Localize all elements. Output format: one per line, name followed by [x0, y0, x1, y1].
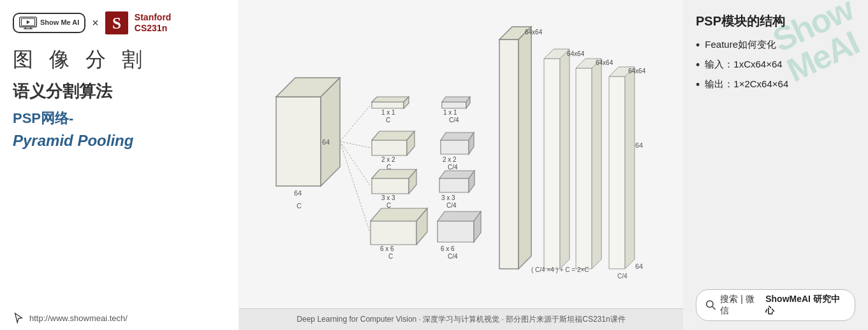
svg-text:C/4: C/4 — [448, 253, 458, 260]
sidebar-url: http://www.showmeai.tech/ — [13, 312, 226, 324]
stanford-logo: S — [105, 11, 128, 34]
svg-marker-24 — [372, 178, 409, 194]
svg-marker-54 — [499, 39, 519, 269]
svg-text:C/4: C/4 — [617, 273, 628, 280]
svg-text:6 x 6: 6 x 6 — [380, 245, 394, 252]
svg-marker-4 — [27, 20, 30, 24]
svg-text:64x64: 64x64 — [567, 50, 585, 57]
svg-point-78 — [707, 301, 713, 307]
svg-text:64x64: 64x64 — [525, 29, 543, 36]
diagram-area: 64 64 C 1 x 1 C 2 x 2 C 3 x 3 C — [239, 0, 683, 308]
svg-marker-15 — [372, 97, 409, 102]
list-item-text-2: 输出：1×2Cx64×64 — [705, 78, 788, 90]
list-item-1: 输入：1xCx64×64 — [696, 59, 855, 72]
showmeai-text: Show Me AI — [40, 18, 79, 27]
svg-line-76 — [340, 141, 371, 186]
url-text: http://www.showmeai.tech/ — [29, 313, 128, 323]
svg-text:C: C — [386, 117, 390, 124]
sidebar-title-pyramid: Pyramid Pooling — [13, 132, 226, 150]
svg-marker-39 — [441, 140, 469, 154]
monitor-icon — [19, 17, 37, 29]
footer: Deep Learning for Computer Vision · 深度学习… — [239, 308, 683, 330]
svg-text:S: S — [112, 15, 121, 32]
svg-marker-40 — [441, 133, 474, 140]
info-title: PSP模块的结构 — [696, 13, 855, 30]
svg-marker-10 — [321, 78, 340, 186]
svg-text:2 x 2: 2 x 2 — [381, 156, 395, 163]
list-item-text-1: 输入：1xCx64×64 — [705, 59, 782, 71]
svg-text:C/4: C/4 — [448, 164, 458, 171]
svg-marker-62 — [576, 68, 592, 269]
svg-text:3 x 3: 3 x 3 — [441, 194, 455, 201]
svg-line-75 — [340, 141, 371, 148]
svg-text:64: 64 — [635, 262, 643, 270]
svg-text:3 x 3: 3 x 3 — [381, 194, 395, 201]
svg-text:C: C — [386, 202, 391, 209]
svg-text:C: C — [388, 253, 393, 260]
psp-diagram: 64 64 C 1 x 1 C 2 x 2 C 3 x 3 C — [263, 20, 659, 288]
search-text: 搜索 | 微信 — [720, 294, 761, 317]
stanford-text-group: Stanford CS231n — [135, 12, 172, 34]
svg-text:C: C — [297, 202, 302, 210]
footer-text: Deep Learning for Computer Vision · 深度学习… — [297, 315, 625, 324]
list-item-0: Feature如何变化 — [696, 39, 855, 52]
cursor-icon — [13, 312, 24, 324]
svg-marker-19 — [372, 140, 407, 155]
svg-marker-64 — [592, 59, 601, 269]
svg-line-79 — [712, 307, 715, 310]
svg-marker-44 — [439, 178, 469, 192]
svg-text:64x64: 64x64 — [596, 59, 614, 66]
svg-line-74 — [340, 105, 371, 141]
svg-marker-49 — [438, 221, 474, 242]
svg-text:64: 64 — [322, 138, 330, 146]
svg-text:1 x 1: 1 x 1 — [381, 109, 395, 116]
svg-text:1 x 1: 1 x 1 — [443, 109, 457, 116]
list-item-text-0: Feature如何变化 — [705, 39, 776, 51]
stanford-line2: CS231n — [135, 23, 172, 34]
svg-text:64: 64 — [635, 141, 643, 149]
svg-text:( C/4 ×4 ) + C = 2×C: ( C/4 ×4 ) + C = 2×C — [531, 266, 589, 273]
times-sign: × — [92, 17, 99, 30]
svg-marker-60 — [560, 49, 570, 269]
sidebar-title-psp: PSP网络- — [13, 109, 226, 128]
svg-text:C/4: C/4 — [446, 202, 457, 209]
sidebar-title-main: 图 像 分 割 — [13, 46, 226, 74]
svg-marker-8 — [276, 97, 321, 186]
info-panel: ShowMeAI PSP模块的结构 Feature如何变化 输入：1xCx64×… — [683, 0, 868, 330]
svg-marker-34 — [442, 102, 466, 108]
search-bar[interactable]: 搜索 | 微信 ShowMeAI 研究中心 — [696, 289, 855, 321]
svg-marker-68 — [625, 67, 635, 269]
svg-marker-56 — [519, 27, 531, 269]
svg-marker-35 — [442, 97, 470, 102]
list-item-2: 输出：1×2Cx64×64 — [696, 78, 855, 92]
svg-marker-14 — [372, 102, 404, 108]
main-content: 64 64 C 1 x 1 C 2 x 2 C 3 x 3 C — [239, 0, 683, 330]
stanford-line1: Stanford — [135, 12, 172, 23]
svg-marker-50 — [438, 212, 481, 221]
svg-marker-66 — [609, 76, 625, 269]
search-icon — [705, 299, 716, 311]
stanford-s-icon: S — [105, 11, 128, 34]
svg-text:C/4: C/4 — [449, 117, 459, 124]
search-brand: ShowMeAI 研究中心 — [765, 294, 846, 317]
svg-text:64: 64 — [294, 189, 302, 197]
logo-bar: Show Me AI × S Stanford CS231n — [13, 11, 226, 34]
svg-text:6 x 6: 6 x 6 — [441, 245, 455, 252]
svg-marker-58 — [544, 59, 560, 269]
svg-line-77 — [340, 141, 369, 231]
sidebar: Show Me AI × S Stanford CS231n 图 像 分 割 语… — [0, 0, 239, 330]
svg-marker-29 — [371, 221, 416, 245]
info-list: Feature如何变化 输入：1xCx64×64 输出：1×2Cx64×64 — [696, 39, 855, 98]
svg-text:64x64: 64x64 — [628, 68, 646, 75]
svg-text:2 x 2: 2 x 2 — [443, 156, 457, 163]
sidebar-title-sub: 语义分割算法 — [13, 80, 226, 103]
showmeai-logo: Show Me AI — [13, 13, 85, 33]
